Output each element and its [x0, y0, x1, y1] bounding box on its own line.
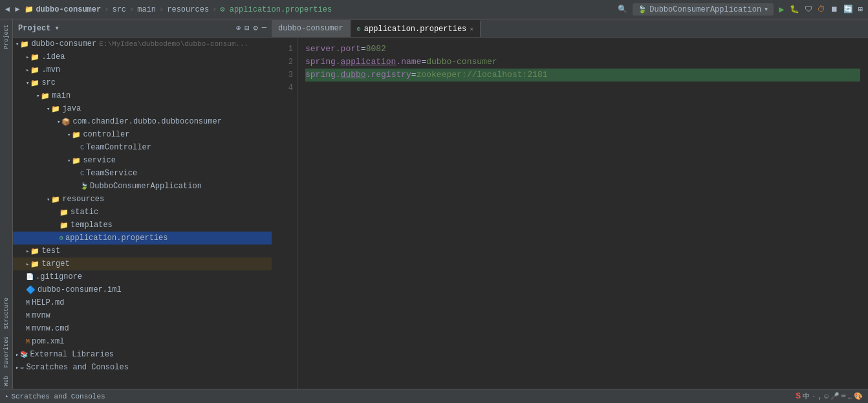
- tab-dubbo-consumer[interactable]: dubbo-consumer: [272, 20, 351, 37]
- scratches-name: Scratches and Consoles: [26, 363, 128, 372]
- tree-item-gitignore[interactable]: 📄 .gitignore: [13, 270, 272, 283]
- tree-item-pomxml[interactable]: M pom.xml: [13, 335, 272, 348]
- tree-item-teamservice[interactable]: C TeamService: [13, 167, 272, 180]
- main-name: main: [52, 91, 71, 100]
- tree-item-target[interactable]: ▸ 📁 target: [13, 257, 272, 270]
- tab-bar: dubbo-consumer ⚙ application.properties …: [272, 19, 868, 38]
- root-name: dubbo-consumer: [31, 39, 96, 49]
- code-val-3: zookeeper://localhost:2181: [417, 69, 548, 82]
- target-name: target: [41, 259, 69, 268]
- templates-folder-icon: 📁: [60, 221, 69, 230]
- code-line-3: spring.dubbo.registry=zookeeper://localh…: [305, 69, 860, 82]
- scratches-icon: ✏: [20, 364, 24, 371]
- run-configuration[interactable]: 🍃 DubboConsumerApplication ▾: [633, 3, 774, 16]
- service-folder-icon: 📁: [72, 157, 81, 165]
- tree-item-iml[interactable]: 🔷 dubbo-consumer.iml: [13, 283, 272, 296]
- java-folder-icon: 📁: [51, 105, 60, 113]
- tab-application-properties[interactable]: ⚙ application.properties ✕: [351, 20, 481, 37]
- settings-icon[interactable]: ⚙: [254, 23, 258, 33]
- tree-item-mvn[interactable]: ▸ 📁 .mvn: [13, 63, 272, 76]
- scratches-arrow: ▸: [16, 364, 19, 371]
- project-tab[interactable]: Project: [3, 22, 10, 52]
- static-name: static: [71, 208, 98, 217]
- bottom-right: S 中 · , ☺ 🎤 ⌨ … 🎨: [796, 391, 863, 401]
- sidebar-dropdown-icon[interactable]: ▾: [54, 23, 59, 33]
- favorites-tab[interactable]: Favorites: [3, 334, 10, 371]
- sidebar-header-icons: ⊕ ⊟ ⚙ ─: [236, 23, 266, 33]
- helpmd-icon: M: [26, 300, 30, 307]
- tree-item-scratches[interactable]: ▸ ✏ Scratches and Consoles: [13, 361, 272, 374]
- code-key-3b: dubbo: [341, 69, 366, 82]
- resources-name: resources: [62, 195, 104, 204]
- code-key-3c: .registry: [366, 69, 411, 82]
- minimize-icon[interactable]: ─: [262, 23, 266, 33]
- run-config-name: DubboConsumerApplication: [649, 5, 761, 14]
- com-folder-icon: 📦: [61, 118, 71, 126]
- back-icon[interactable]: ◄: [5, 5, 10, 14]
- teamservice-name: TeamService: [86, 169, 137, 178]
- code-val-2: dubbo-consumer: [426, 56, 497, 69]
- profile-icon[interactable]: ⏱: [818, 5, 825, 14]
- dubboapp-icon: 🍃: [80, 182, 88, 190]
- tree-item-src[interactable]: ▾ 📁 src: [13, 76, 272, 89]
- com-arrow: ▾: [57, 118, 60, 125]
- tab-props-icon: ⚙: [357, 25, 361, 33]
- tree-item-mvnw[interactable]: M mvnw: [13, 309, 272, 322]
- gitignore-icon: 📄: [26, 273, 34, 281]
- service-name: service: [83, 156, 115, 165]
- code-line-4: [305, 82, 860, 94]
- tree-item-test[interactable]: ▸ 📁 test: [13, 245, 272, 257]
- debug-icon[interactable]: 🐛: [790, 5, 799, 14]
- code-key-2b: application: [341, 56, 396, 69]
- run-button[interactable]: ▶: [779, 4, 784, 15]
- smiley-icon: ☺: [824, 393, 829, 400]
- scratches-bottom-label[interactable]: Scratches and Consoles: [11, 393, 105, 400]
- tree-item-static[interactable]: 📁 static: [13, 206, 272, 219]
- tree-item-main[interactable]: ▾ 📁 main: [13, 89, 272, 102]
- root-folder-icon: 📁: [20, 40, 29, 49]
- tree-item-java[interactable]: ▾ 📁 java: [13, 102, 272, 115]
- tree-item-resources[interactable]: ▾ 📁 resources: [13, 193, 272, 206]
- project-name-label: dubbo-consumer: [36, 5, 101, 14]
- tree-item-templates[interactable]: 📁 templates: [13, 219, 272, 232]
- tree-item-teamcontroller[interactable]: C TeamController: [13, 141, 272, 154]
- web-tab[interactable]: Web: [3, 373, 10, 389]
- tree-item-idea[interactable]: ▸ 📁 .idea: [13, 50, 272, 63]
- sougou-s-icon: S: [796, 391, 801, 401]
- tree-item-appprops[interactable]: ⚙ application.properties: [13, 232, 272, 245]
- locate-icon[interactable]: ⊕: [236, 23, 241, 33]
- extlibs-arrow: ▸: [16, 351, 19, 358]
- breadcrumb-src: src: [112, 5, 126, 14]
- tree-item-dubboapp[interactable]: 🍃 DubboConsumerApplication: [13, 180, 272, 193]
- target-folder-icon: 📁: [30, 260, 39, 268]
- code-content[interactable]: server.port=8082 spring.application.name…: [298, 38, 868, 389]
- editor-area: dubbo-consumer ⚙ application.properties …: [272, 19, 868, 389]
- tree-root[interactable]: ▾ 📁 dubbo-consumer E:\MyIdea\dubbodemo\d…: [13, 38, 272, 50]
- breadcrumb-appprops: ⚙ application.properties: [220, 5, 332, 14]
- tab-props-close[interactable]: ✕: [470, 25, 473, 33]
- layout-icon[interactable]: ⊞: [858, 5, 863, 14]
- extlibs-icon: 📚: [20, 351, 28, 358]
- mic-icon: 🎤: [830, 392, 840, 400]
- bottom-triangle-icon[interactable]: ▸: [5, 393, 8, 400]
- stop-icon[interactable]: ⏹: [830, 5, 838, 14]
- update-icon[interactable]: 🔄: [843, 5, 853, 14]
- test-arrow: ▸: [26, 248, 29, 255]
- tree-item-helpmd[interactable]: M HELP.md: [13, 296, 272, 309]
- line-num-2: 2: [272, 56, 293, 69]
- tree-item-controller[interactable]: ▾ 📁 controller: [13, 128, 272, 141]
- run-config-dropdown-icon[interactable]: ▾: [764, 5, 768, 14]
- tree-item-mvnwcmd[interactable]: M mvnw.cmd: [13, 322, 272, 335]
- tree-item-com[interactable]: ▾ 📦 com.chandler.dubbo.dubboconsumer: [13, 115, 272, 128]
- sidebar-title: Project: [18, 24, 50, 33]
- structure-tab[interactable]: Structure: [3, 295, 10, 332]
- mvnwcmd-name: mvnw.cmd: [32, 324, 69, 333]
- more-icon: …: [847, 393, 852, 400]
- code-empty-4: [305, 82, 310, 94]
- tree-item-extlibs[interactable]: ▸ 📚 External Libraries: [13, 348, 272, 361]
- forward-icon[interactable]: ►: [15, 5, 19, 14]
- tree-item-service[interactable]: ▾ 📁 service: [13, 154, 272, 167]
- collapse-all-icon[interactable]: ⊟: [244, 23, 249, 33]
- search-everywhere-icon[interactable]: 🔍: [618, 5, 627, 14]
- coverage-icon[interactable]: 🛡: [805, 5, 812, 14]
